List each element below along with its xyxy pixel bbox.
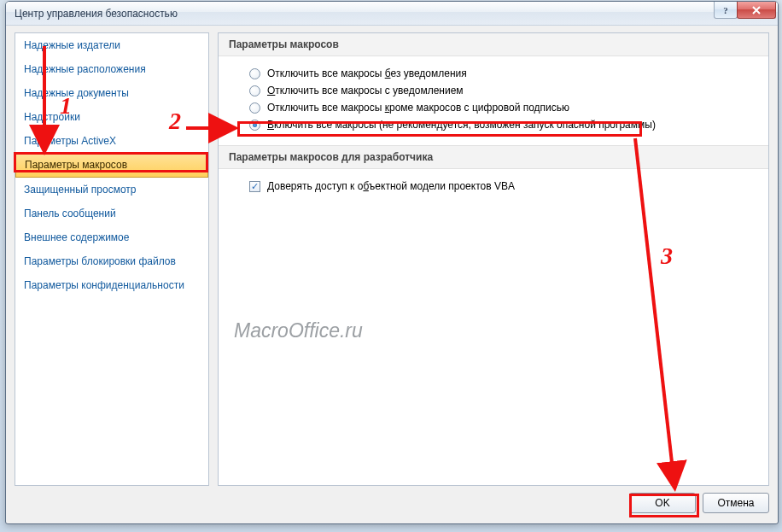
sidebar-item-trusted-locations[interactable]: Надежные расположения: [15, 57, 208, 81]
sidebar-item-label: Надстройки: [24, 111, 80, 123]
group-header-dev: Параметры макросов для разработчика: [219, 145, 768, 169]
close-button[interactable]: [737, 2, 776, 19]
help-button[interactable]: ?: [714, 2, 738, 19]
radio-disable-with-notify[interactable]: Отключить все макросы с уведомлением: [249, 82, 753, 99]
window-title: Центр управления безопасностью: [15, 8, 178, 20]
sidebar-item-label: Панель сообщений: [24, 208, 116, 219]
radio-icon: [249, 102, 260, 114]
svg-text:?: ?: [723, 5, 728, 15]
sidebar-item-label: Параметры ActiveX: [24, 135, 116, 147]
cancel-button[interactable]: Отмена: [703, 493, 769, 513]
radio-label: Отключить все макросы без уведомления: [267, 67, 467, 79]
checkbox-trust-vba[interactable]: ✓ Доверять доступ к объектной модели про…: [249, 178, 753, 195]
sidebar-item-label: Надежные издатели: [24, 39, 120, 51]
checkbox-icon: ✓: [249, 181, 260, 192]
radio-icon: [249, 120, 260, 131]
client-area: Надежные издатели Надежные расположения …: [15, 32, 769, 486]
radio-icon: [249, 68, 260, 79]
sidebar-item-trusted-publishers[interactable]: Надежные издатели: [15, 33, 208, 57]
ok-button[interactable]: OK: [629, 493, 696, 513]
group-body-dev: ✓ Доверять доступ к объектной модели про…: [219, 169, 768, 207]
group-header-macro: Параметры макросов: [219, 33, 768, 56]
radio-label: Включить все макросы (не рекомендуется, …: [267, 119, 656, 131]
sidebar-item-activex[interactable]: Параметры ActiveX: [15, 129, 208, 153]
content-pane: Параметры макросов Отключить все макросы…: [218, 32, 769, 486]
titlebar[interactable]: Центр управления безопасностью ?: [6, 2, 778, 26]
radio-disable-except-signed[interactable]: Отключить все макросы кроме макросов с ц…: [249, 99, 753, 116]
sidebar-item-label: Параметры блокировки файлов: [24, 255, 176, 267]
sidebar-item-file-block[interactable]: Параметры блокировки файлов: [15, 249, 208, 273]
sidebar-item-label: Параметры конфиденциальности: [24, 279, 184, 291]
radio-label: Отключить все макросы кроме макросов с ц…: [267, 102, 569, 114]
sidebar-item-label: Параметры макросов: [25, 159, 127, 171]
sidebar-item-protected-view[interactable]: Защищенный просмотр: [15, 178, 208, 202]
radio-enable-all[interactable]: Включить все макросы (не рекомендуется, …: [249, 116, 753, 133]
sidebar-item-label: Защищенный просмотр: [24, 184, 137, 196]
radio-label: Отключить все макросы с уведомлением: [267, 85, 464, 96]
sidebar: Надежные издатели Надежные расположения …: [15, 32, 209, 486]
sidebar-item-external-content[interactable]: Внешнее содержимое: [15, 225, 208, 249]
checkbox-label: Доверять доступ к объектной модели проек…: [267, 180, 515, 192]
group-body-macro: Отключить все макросы без уведомления От…: [219, 56, 768, 145]
sidebar-item-label: Надежные документы: [24, 87, 129, 99]
trust-center-window: Центр управления безопасностью ? Надежны…: [5, 1, 779, 524]
sidebar-item-trusted-documents[interactable]: Надежные документы: [15, 81, 208, 105]
radio-icon: [249, 85, 260, 96]
sidebar-item-label: Надежные расположения: [24, 63, 146, 75]
radio-disable-no-notify[interactable]: Отключить все макросы без уведомления: [249, 65, 753, 82]
sidebar-item-macro-settings[interactable]: Параметры макросов: [15, 152, 208, 178]
sidebar-item-message-bar[interactable]: Панель сообщений: [15, 202, 208, 225]
dialog-footer: OK Отмена: [15, 491, 769, 515]
titlebar-buttons: ?: [715, 2, 776, 19]
sidebar-item-label: Внешнее содержимое: [24, 231, 129, 243]
sidebar-item-addins[interactable]: Надстройки: [15, 105, 208, 129]
sidebar-item-privacy[interactable]: Параметры конфиденциальности: [15, 273, 208, 297]
